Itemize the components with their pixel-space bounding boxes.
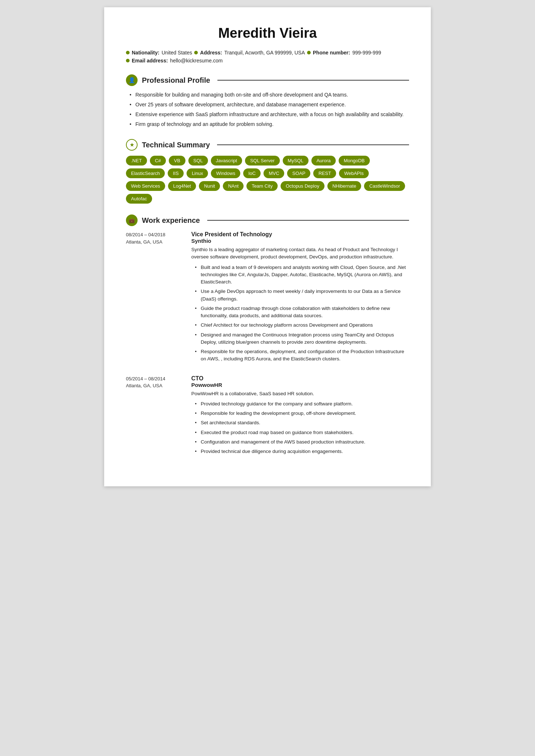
profile-bullet-2: Over 25 years of software development, a… (130, 101, 409, 109)
technical-summary-section: ★ Technical Summary .NETC#VBSQLJavascrip… (126, 139, 409, 204)
dot-icon (126, 59, 130, 62)
work-description: Synthio Is a leading aggregator of marke… (191, 246, 409, 261)
work-entry: 05/2014 – 08/2014Atlanta, GA, USACTOPoww… (126, 375, 409, 458)
skill-tag: IoC (243, 168, 261, 178)
phone-label: Phone number: (313, 50, 350, 56)
skill-tag: SOAP (287, 168, 310, 178)
tags-container: .NETC#VBSQLJavascriptSQL ServerMySQLAuro… (126, 156, 409, 204)
dot-icon (307, 51, 311, 54)
work-bullet: Provided technology guidance for the com… (195, 400, 409, 408)
work-bullet: Configuration and management of the AWS … (195, 438, 409, 446)
work-bullet: Provided technical due diligence during … (195, 448, 409, 455)
profile-bullet-1: Responsible for building and managing bo… (130, 91, 409, 99)
skill-tag: Autofac (126, 194, 152, 204)
work-entries: 08/2014 – 04/2018Atlanta, GA, USAVice Pr… (126, 231, 409, 457)
address-label: Address: (200, 50, 222, 56)
work-job-title: Vice President of Technology (191, 231, 409, 238)
work-bullet: Responsible for the operations, deployme… (195, 348, 409, 363)
section-header-profile: 👤 Professional Profile (126, 74, 409, 86)
profile-bullet-4: Firm grasp of technology and an aptitude… (130, 120, 409, 128)
skill-tag: Linux (187, 168, 208, 178)
contact-row-2: Email address: hello@kickresume.com (126, 58, 409, 64)
skill-tag: MongoDB (339, 156, 370, 165)
skill-tag: MVC (264, 168, 284, 178)
nationality-label: Nationality: (132, 50, 159, 56)
profile-bullet-3: Extensive experience with SaaS platform … (130, 111, 409, 118)
skill-tag: VB (169, 156, 185, 165)
section-divider (217, 144, 409, 145)
address-value: Tranquil, Acworth, GA 999999, USA (224, 50, 305, 56)
skill-tag: IIS (168, 168, 184, 178)
email-label: Email address: (132, 58, 168, 64)
work-bullets-list: Built and lead a team of 9 developers an… (191, 264, 409, 363)
skill-tag: NHibernate (327, 181, 362, 191)
skill-tag: Team City (246, 181, 278, 191)
briefcase-icon: 💼 (126, 214, 138, 226)
skill-tag: SQL Server (245, 156, 279, 165)
skill-tag: Web Services (126, 181, 165, 191)
work-bullet: Responsible for leading the development … (195, 410, 409, 417)
section-divider (207, 220, 409, 221)
nationality-value: United States (162, 50, 192, 56)
work-bullet: Set architectural standards. (195, 419, 409, 426)
work-company: Synthio (191, 238, 409, 244)
contact-row-1: Nationality: United States Address: Tran… (126, 50, 409, 56)
section-divider (217, 80, 409, 81)
work-company: PowwowHR (191, 382, 409, 388)
work-content: CTOPowwowHRPowWowHR is a collaborative, … (191, 375, 409, 458)
skill-tag: Javascript (211, 156, 242, 165)
person-icon: 👤 (126, 74, 138, 86)
work-date: 05/2014 – 08/2014Atlanta, GA, USA (126, 375, 180, 458)
skill-tag: SQL (188, 156, 208, 165)
email-value: hello@kickresume.com (170, 58, 223, 64)
skill-tag: .NET (126, 156, 147, 165)
skill-tag: Windows (211, 168, 240, 178)
skill-tag: ElasticSearch (126, 168, 165, 178)
skill-tag: C# (150, 156, 166, 165)
work-content: Vice President of TechnologySynthioSynth… (191, 231, 409, 365)
skill-tag: CastleWindsor (364, 181, 405, 191)
section-header-tech: ★ Technical Summary (126, 139, 409, 151)
star-icon: ★ (126, 139, 138, 151)
skill-tag: Nunit (199, 181, 220, 191)
work-experience-section: 💼 Work experience 08/2014 – 04/2018Atlan… (126, 214, 409, 457)
skill-tag: Log4Net (168, 181, 196, 191)
dot-icon (126, 51, 130, 54)
section-title-work: Work experience (142, 216, 200, 225)
work-date: 08/2014 – 04/2018Atlanta, GA, USA (126, 231, 180, 365)
work-bullet: Executed the product road map based on g… (195, 429, 409, 436)
professional-profile-section: 👤 Professional Profile Responsible for b… (126, 74, 409, 128)
work-bullet: Guide the product roadmap through close … (195, 305, 409, 320)
work-description: PowWowHR is a collaborative, SaaS based … (191, 390, 409, 397)
section-title-tech: Technical Summary (142, 141, 210, 149)
work-job-title: CTO (191, 375, 409, 382)
phone-value: 999-999-999 (352, 50, 381, 56)
candidate-name: Meredith Vieira (126, 25, 409, 41)
resume-document: Meredith Vieira Nationality: United Stat… (104, 7, 431, 486)
work-bullet: Use a Agile DevOps approach to meet week… (195, 288, 409, 303)
dot-icon (194, 51, 198, 54)
skill-tag: WebAPIs (339, 168, 369, 178)
work-bullet: Chief Architect for our technology platf… (195, 322, 409, 329)
skill-tag: Aurora (311, 156, 336, 165)
section-header-work: 💼 Work experience (126, 214, 409, 226)
skill-tag: NAnt (223, 181, 244, 191)
work-bullet: Designed and managed the Continuous Inte… (195, 331, 409, 346)
skill-tag: Octopus Deploy (281, 181, 324, 191)
profile-bullets-list: Responsible for building and managing bo… (126, 91, 409, 128)
skill-tag: REST (313, 168, 336, 178)
contact-info: Nationality: United States Address: Tran… (126, 50, 409, 64)
work-entry: 08/2014 – 04/2018Atlanta, GA, USAVice Pr… (126, 231, 409, 365)
section-title-profile: Professional Profile (142, 76, 210, 85)
work-bullet: Built and lead a team of 9 developers an… (195, 264, 409, 286)
skill-tag: MySQL (283, 156, 309, 165)
work-bullets-list: Provided technology guidance for the com… (191, 400, 409, 455)
